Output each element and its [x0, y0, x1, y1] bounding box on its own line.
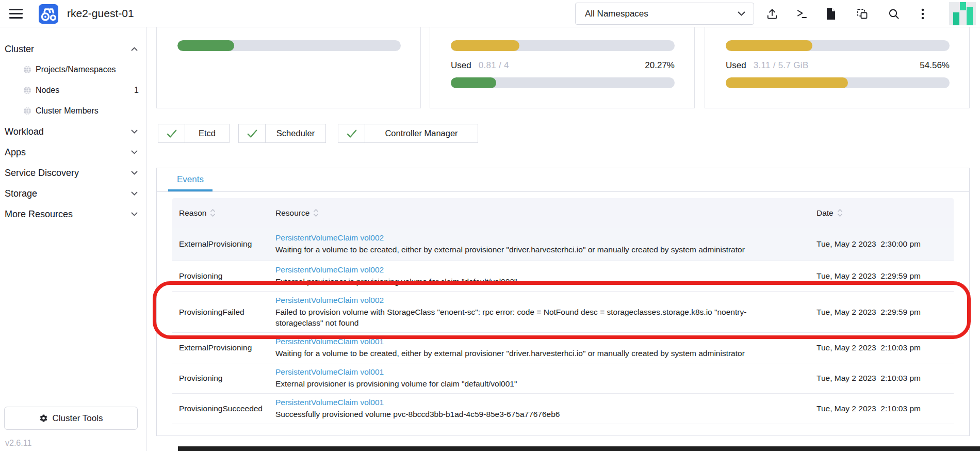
sidebar-group-storage[interactable]: Storage	[0, 183, 146, 204]
event-reason: ProvisioningSucceeded	[179, 404, 275, 413]
used-value: 0.81 / 4	[479, 60, 509, 71]
sort-icon	[210, 208, 216, 217]
sidebar-group-label: Service Discovery	[5, 168, 79, 179]
sidebar-group-service-discovery[interactable]: Service Discovery	[0, 163, 146, 183]
table-row[interactable]: ProvisioningPersistentVolumeClaim vol001…	[172, 363, 954, 394]
tab-events[interactable]: Events	[168, 168, 213, 191]
status-badge-label: Etcd	[185, 124, 229, 142]
used-value: 3.11 / 5.7 GiB	[754, 60, 809, 71]
event-message: External provisioner is provisioning vol…	[275, 276, 794, 287]
cluster-provider-logo[interactable]	[39, 4, 58, 24]
events-table-header: Reason Resource Date	[172, 198, 954, 228]
resource-link[interactable]: PersistentVolumeClaim vol002	[275, 233, 816, 243]
table-row[interactable]: ProvisioningFailedPersistentVolumeClaim …	[172, 292, 954, 333]
cluster-tools-label: Cluster Tools	[53, 413, 103, 424]
event-date: Tue, May 2 2023 2:30:00 pm	[816, 239, 955, 249]
capacity-bar-fill	[177, 40, 234, 51]
event-reason: Provisioning	[179, 271, 275, 281]
snapshot-icon[interactable]	[855, 7, 870, 21]
table-row[interactable]: ProvisioningPersistentVolumeClaim vol002…	[172, 261, 954, 292]
resource-link[interactable]: PersistentVolumeClaim vol001	[275, 367, 816, 377]
event-message: Waiting for a volume to be created, eith…	[275, 244, 794, 255]
sidebar-item-label: Projects/Namespaces	[36, 65, 116, 74]
main-content: Used0.81 / 420.27%Used3.11 / 5.7 GiB54.5…	[146, 27, 980, 451]
sidebar-item-projects-namespaces[interactable]: Projects/Namespaces	[0, 59, 146, 80]
hamburger-menu-icon[interactable]	[9, 9, 23, 19]
upload-icon[interactable]	[765, 7, 779, 21]
column-header-resource[interactable]: Resource	[275, 208, 816, 218]
events-table-body: ExternalProvisioningPersistentVolumeClai…	[172, 228, 954, 424]
sidebar-item-nodes[interactable]: Nodes1	[0, 80, 146, 101]
status-badge-controller-manager: Controller Manager	[338, 124, 478, 143]
capacity-card-1	[156, 27, 421, 108]
event-reason: Provisioning	[179, 374, 275, 383]
check-icon	[247, 129, 258, 138]
sidebar-group-apps[interactable]: Apps	[0, 142, 146, 163]
file-icon[interactable]	[824, 7, 838, 21]
capacity-bar-track	[451, 40, 675, 51]
event-date: Tue, May 2 2023 2:10:03 pm	[816, 343, 955, 352]
status-badge-etcd: Etcd	[158, 124, 230, 143]
cluster-tools-button[interactable]: Cluster Tools	[4, 407, 138, 430]
table-row[interactable]: ExternalProvisioningPersistentVolumeClai…	[172, 333, 954, 363]
page-title: rke2-guest-01	[67, 7, 134, 20]
event-message: Successfully provisioned volume pvc-8bcc…	[275, 409, 794, 420]
bottom-window-strip	[178, 446, 980, 451]
status-badge-label: Controller Manager	[365, 124, 478, 142]
sidebar-group-label: Storage	[5, 188, 37, 199]
check-icon	[166, 129, 177, 138]
top-bar: rke2-guest-01 All Namespaces	[0, 0, 980, 27]
used-label: Used	[451, 60, 471, 71]
event-message: Waiting for a volume to be created, eith…	[275, 348, 794, 359]
resource-link[interactable]: PersistentVolumeClaim vol001	[275, 337, 816, 346]
used-label: Used	[726, 60, 746, 71]
capacity-bar-fill	[451, 40, 519, 51]
capacity-card-3: Used3.11 / 5.7 GiB54.56%	[705, 27, 970, 108]
chevron-down-icon	[131, 212, 138, 216]
column-header-reason[interactable]: Reason	[179, 208, 275, 218]
resource-link[interactable]: PersistentVolumeClaim vol001	[275, 398, 816, 407]
events-panel: Events Reason Resource Date	[156, 168, 970, 436]
sidebar-group-label: Cluster	[5, 44, 34, 55]
capacity-bar-fill	[726, 40, 812, 51]
resource-link[interactable]: PersistentVolumeClaim vol002	[275, 296, 816, 305]
table-row[interactable]: ProvisioningSucceededPersistentVolumeCla…	[172, 394, 954, 424]
sidebar-item-cluster-members[interactable]: Cluster Members	[0, 101, 146, 121]
capacity-bar-track	[726, 77, 950, 88]
status-badge-label: Scheduler	[266, 124, 325, 142]
sidebar-group-more-resources[interactable]: More Resources	[0, 204, 146, 224]
sidebar-group-cluster[interactable]: Cluster	[0, 39, 146, 59]
gear-icon	[39, 414, 48, 423]
sidebar-group-label: More Resources	[5, 209, 73, 220]
app-version: v2.6.11	[5, 439, 31, 448]
sidebar-item-label: Cluster Members	[36, 106, 99, 116]
sort-icon	[837, 208, 843, 217]
events-table: Reason Resource Date	[172, 198, 954, 424]
capacity-bar-track	[177, 40, 401, 51]
sidebar-group-label: Apps	[5, 147, 26, 158]
column-header-date[interactable]: Date	[816, 208, 955, 218]
event-date: Tue, May 2 2023 2:10:03 pm	[816, 404, 955, 413]
used-percent: 54.56%	[920, 60, 950, 71]
kebab-menu-icon[interactable]	[916, 7, 930, 21]
sidebar-list: ClusterProjects/NamespacesNodes1Cluster …	[0, 39, 146, 224]
namespace-filter-value: All Namespaces	[585, 9, 648, 19]
globe-icon	[23, 86, 32, 95]
sidebar-group-workload[interactable]: Workload	[0, 121, 146, 142]
chevron-down-icon	[131, 150, 138, 154]
chevron-down-icon	[738, 11, 745, 16]
user-avatar[interactable]	[949, 2, 976, 25]
kubectl-shell-icon[interactable]	[795, 7, 809, 21]
sidebar-item-count: 1	[134, 86, 139, 95]
globe-icon	[23, 106, 32, 116]
event-reason: ExternalProvisioning	[179, 343, 275, 352]
event-date: Tue, May 2 2023 2:10:03 pm	[816, 374, 955, 383]
search-icon[interactable]	[887, 7, 901, 21]
table-row[interactable]: ExternalProvisioningPersistentVolumeClai…	[172, 228, 954, 261]
sidebar-nav: ClusterProjects/NamespacesNodes1Cluster …	[0, 27, 146, 451]
chevron-down-icon	[131, 171, 138, 175]
resource-link[interactable]: PersistentVolumeClaim vol002	[275, 265, 816, 275]
chevron-up-icon	[131, 47, 138, 51]
event-message: Failed to provision volume with StorageC…	[275, 307, 794, 328]
namespace-filter-select[interactable]: All Namespaces	[575, 3, 754, 25]
